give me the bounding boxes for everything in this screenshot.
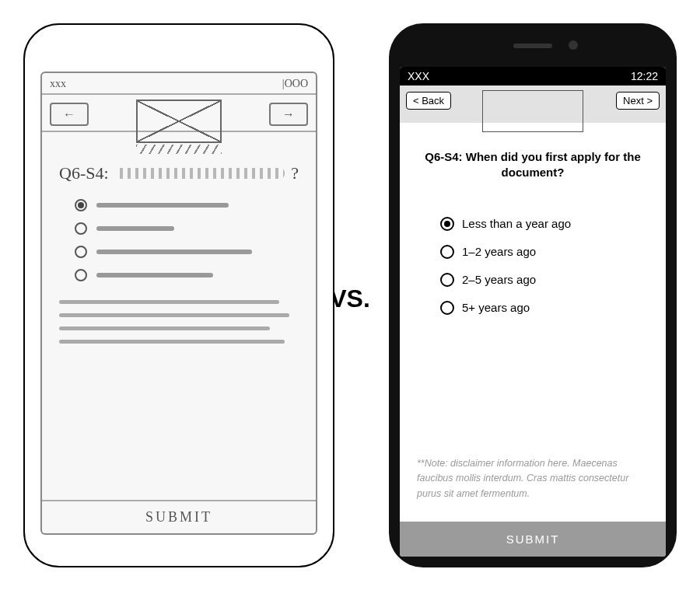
sketch-screen: xxx |OOO ← → Q6-S4: ?	[40, 72, 317, 535]
option-row[interactable]: 5+ years ago	[440, 301, 652, 315]
option-row[interactable]: 1–2 years ago	[440, 245, 652, 259]
sketch-status-right: |OOO	[282, 78, 308, 90]
sketch-question-mark: ?	[291, 163, 299, 183]
logo-placeholder	[482, 90, 583, 132]
radio-icon	[75, 199, 87, 211]
question-text: Q6-S4: When did you first apply for the …	[414, 149, 652, 181]
sketch-options	[75, 199, 299, 281]
radio-icon	[440, 245, 454, 259]
sketch-status-left: xxx	[50, 78, 66, 90]
sketch-note-block	[59, 300, 299, 344]
status-right: 12:22	[631, 70, 658, 82]
radio-icon	[440, 301, 454, 315]
real-phone-frame: XXX 12:22 < Back Next > Q6-S4: When did …	[389, 23, 677, 567]
sketch-option-line	[96, 203, 229, 208]
option-label: 1–2 years ago	[462, 245, 536, 258]
disclaimer-note: **Note: disclaimer information here. Mae…	[414, 449, 652, 514]
sketch-back-button[interactable]: ←	[50, 103, 89, 126]
sketch-option-line	[96, 250, 252, 254]
sketch-option[interactable]	[75, 269, 299, 281]
sketch-question-squiggle	[115, 168, 285, 179]
vs-label: VS.	[330, 285, 370, 313]
back-button[interactable]: < Back	[406, 92, 451, 110]
option-label: 5+ years ago	[462, 301, 530, 314]
sketch-option[interactable]	[75, 199, 299, 211]
option-label: Less than a year ago	[462, 217, 571, 230]
sketch-option-line	[96, 273, 213, 278]
real-screen: XXX 12:22 < Back Next > Q6-S4: When did …	[400, 67, 666, 557]
sketch-option[interactable]	[75, 222, 299, 235]
option-row[interactable]: Less than a year ago	[440, 217, 652, 231]
sketch-logo	[136, 100, 222, 154]
sketch-logo-shadow	[136, 145, 222, 154]
radio-icon	[440, 273, 454, 287]
sketch-option-line	[96, 226, 174, 231]
radio-icon	[75, 269, 87, 281]
options-list: Less than a year ago 1–2 years ago 2–5 y…	[440, 203, 652, 329]
sketch-submit-button[interactable]: SUBMIT	[42, 500, 316, 533]
submit-button[interactable]: SUBMIT	[400, 522, 666, 557]
next-button[interactable]: Next >	[616, 92, 660, 110]
sketch-phone-frame: xxx |OOO ← → Q6-S4: ?	[23, 23, 334, 567]
radio-icon	[75, 246, 87, 258]
sketch-question-id: Q6-S4:	[59, 163, 109, 183]
radio-icon	[440, 217, 454, 231]
sketch-option[interactable]	[75, 246, 299, 258]
sketch-next-button[interactable]: →	[269, 103, 308, 126]
option-label: 2–5 years ago	[462, 273, 536, 286]
status-left: XXX	[408, 70, 429, 82]
radio-icon	[75, 222, 87, 235]
option-row[interactable]: 2–5 years ago	[440, 273, 652, 287]
